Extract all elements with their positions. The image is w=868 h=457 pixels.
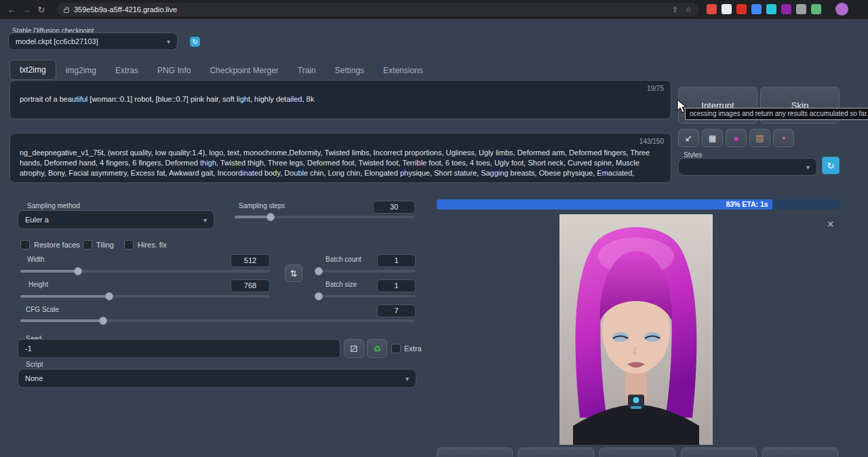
width-input[interactable]: 512 [231,254,270,267]
batch-count-label: Batch count [326,256,361,263]
clear-prompt-button[interactable]: ▦ [702,129,723,147]
tab-checkpoint-merger[interactable]: Checkpoint Merger [200,61,288,80]
checkpoint-value: model.ckpt [cc6cb27103] [16,37,98,45]
gallery-action-button[interactable] [518,448,594,457]
browser-extension-icon[interactable] [707,4,717,14]
tab-train[interactable]: Train [288,61,326,80]
sampling-steps-label: Sampling steps [239,202,285,210]
gallery-action-button[interactable] [437,448,513,457]
slider-knob[interactable] [105,292,113,300]
tab-extras[interactable]: Extras [106,61,148,80]
tab-png-info[interactable]: PNG Info [148,61,200,80]
address-bar[interactable]: 359e5b9a-a5ff-4216.gradio.live ⇧ ☆ [57,3,698,16]
batch-count-slider[interactable] [316,270,416,273]
share-icon[interactable]: ⇧ [672,5,678,14]
lock-icon [64,9,69,13]
refresh-icon: ↻ [827,161,835,171]
slider-knob[interactable] [315,267,323,275]
restore-faces-checkbox[interactable] [20,240,30,250]
width-slider[interactable] [20,270,270,273]
seed-extra-checkbox[interactable] [391,344,401,353]
styles-dropdown[interactable]: ▾ [678,158,817,176]
height-slider[interactable] [20,295,270,298]
seed-extra-label: Extra [404,344,422,353]
cfg-scale-label: CFG Scale [26,306,59,313]
browser-extensions-puzzle-icon[interactable] [796,4,806,14]
slider-knob[interactable] [99,317,107,325]
checkpoint-dropdown[interactable]: model.ckpt [cc6cb27103] ▾ [8,33,178,50]
refresh-icon: ↻ [192,38,197,45]
cfg-scale-input[interactable]: 7 [377,304,416,317]
browser-extension-icon[interactable] [722,4,732,14]
dice-icon: ⚂ [350,344,357,354]
prompt-token-counter: 19/75 [647,85,664,92]
sampling-steps-slider[interactable] [235,216,415,218]
recycle-icon: ♻ [373,344,381,354]
width-label: Width [27,256,45,263]
gallery-action-button[interactable] [599,448,675,457]
batch-count-input[interactable]: 1 [377,254,416,267]
seed-input[interactable]: -1 [18,339,340,358]
close-preview-icon[interactable]: × [827,218,833,231]
sampling-steps-input[interactable]: 30 [373,201,415,214]
height-input[interactable]: 768 [231,279,270,292]
cfg-scale-slider[interactable] [20,319,415,322]
tiling-checkbox[interactable] [83,240,92,250]
bookmark-star-icon[interactable]: ☆ [685,5,692,14]
refresh-styles-button[interactable]: ↻ [822,157,840,174]
browser-extension-icon[interactable] [751,4,762,14]
prompt-text: portrait of a beautiful [woman::0.1] rob… [20,94,630,104]
script-label: Script [26,361,43,368]
paste-arrow-icon: ↙ [685,133,692,143]
hires-fix-checkbox[interactable] [124,240,134,250]
script-dropdown[interactable]: None ▾ [18,369,416,388]
browser-chrome: ← → ↻ 359e5b9a-a5ff-4216.gradio.live ⇧ ☆ [0,0,868,19]
progress-bar: 83% ETA: 1s [437,199,841,210]
chevron-down-icon: ▾ [167,38,170,45]
chevron-down-icon: ▾ [203,216,207,224]
generated-image[interactable] [559,214,713,445]
extra-networks-button[interactable]: ● [726,129,747,147]
save-style-icon: ▪ [782,133,785,143]
reuse-seed-button[interactable]: ♻ [367,339,387,358]
browser-back-icon[interactable]: ← [4,5,19,15]
browser-extension-icon[interactable] [736,4,747,14]
batch-size-slider[interactable] [316,295,416,298]
browser-profile-avatar[interactable] [835,3,848,16]
negative-prompt-textarea[interactable]: 143/150 ng_deepnegative_v1_75t, (worst q… [9,133,671,183]
page-url[interactable]: 359e5b9a-a5ff-4216.gradio.live [74,5,177,14]
refresh-checkpoint-button[interactable]: ↻ [190,37,200,47]
slider-knob[interactable] [315,292,323,300]
swap-dimensions-button[interactable]: ⇅ [285,264,302,282]
save-style-button[interactable]: ▪ [773,129,794,147]
browser-extension-icon[interactable] [766,4,776,14]
browser-extension-icon[interactable] [781,4,791,14]
slider-knob[interactable] [74,267,82,275]
batch-size-input[interactable]: 1 [377,279,416,292]
prompt-textarea[interactable]: 19/75 portrait of a beautiful [woman::0.… [9,80,671,119]
seed-value: -1 [25,344,32,353]
paste-params-button[interactable]: ↙ [678,129,699,147]
progress-fill: 83% ETA: 1s [437,199,772,210]
trash-icon: ▦ [709,134,716,143]
tab-extensions[interactable]: Extensions [374,61,433,80]
gallery-action-button[interactable] [681,448,757,457]
mouse-cursor [676,99,690,114]
browser-extension-icon[interactable] [811,4,821,14]
browser-reload-icon[interactable]: ↻ [34,5,49,15]
browser-forward-icon[interactable]: → [19,5,34,15]
sampling-method-label: Sampling method [27,202,80,210]
sampling-method-dropdown[interactable]: Euler a ▾ [18,210,214,229]
swap-icon: ⇅ [290,269,298,279]
tab-txt2img[interactable]: txt2img [9,60,56,80]
tooltip-text: ocessing images and return any results a… [690,110,868,117]
random-seed-button[interactable]: ⚂ [344,339,364,358]
tab-img2img[interactable]: img2img [56,61,106,80]
clipboard-icon: ▤ [755,133,764,143]
apply-style-button[interactable]: ▤ [749,129,770,147]
main-tabs: txt2img img2img Extras PNG Info Checkpoi… [9,60,433,80]
gallery-action-button[interactable] [762,448,838,457]
chevron-down-icon: ▾ [406,375,409,382]
tab-settings[interactable]: Settings [326,61,374,80]
slider-knob[interactable] [267,213,275,221]
